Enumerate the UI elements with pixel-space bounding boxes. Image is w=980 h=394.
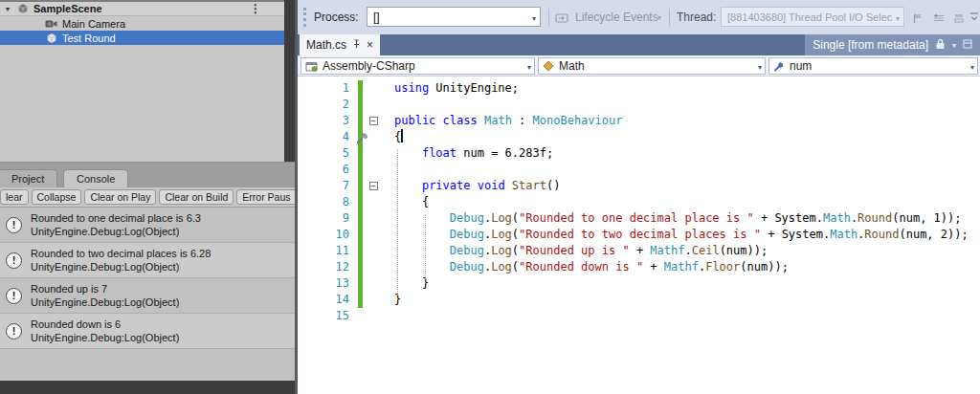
hierarchy-scene-row[interactable]: ▼ SampleScene ⋮ — [0, 2, 284, 16]
close-icon[interactable]: × — [367, 40, 373, 50]
line-number: 9 — [298, 210, 349, 227]
flag-icon[interactable] — [912, 11, 924, 28]
fold-margin: − — [363, 178, 384, 194]
lifecycle-events-dropdown[interactable]: Lifecycle Events — [575, 11, 658, 24]
scene-view-edge — [284, 0, 295, 162]
lifecycle-icon[interactable] — [555, 11, 568, 28]
hierarchy-panel: ▼ SampleScene ⋮ Main Camera Test Round — [0, 0, 284, 162]
tab-label: Single [from metadata] — [813, 38, 928, 52]
chevron-down-icon[interactable]: ▾ — [952, 41, 956, 50]
log-stacktrace: UnityEngine.Debug:Log(Object) — [31, 260, 211, 274]
project-dropdown[interactable]: Assembly-CSharp ▾ — [301, 57, 535, 75]
log-message: Rounded to two decimal places is 6.28 — [31, 247, 211, 260]
code-text: Debug.Log("Rounded to two decimal places… — [384, 227, 969, 243]
log-icon: ! — [6, 217, 22, 233]
camera-icon — [44, 17, 58, 30]
navigation-bar: Assembly-CSharp ▾ Math ▾ num ▾ — [298, 55, 980, 77]
show-threads-icon[interactable] — [932, 11, 946, 28]
log-icon: ! — [6, 252, 22, 269]
hierarchy-item-test-round[interactable]: Test Round — [0, 31, 284, 45]
code-line[interactable]: 6 — [298, 162, 980, 178]
console-log-entry[interactable]: ! Rounded down is 6 UnityEngine.Debug:Lo… — [0, 314, 295, 349]
tab-console[interactable]: Console — [63, 169, 128, 187]
code-text: } — [384, 292, 401, 308]
tab-metadata[interactable]: Single [from metadata] ▾ — [805, 34, 980, 55]
code-line[interactable]: 12 Debug.Log("Rounded down is " + Mathf.… — [298, 259, 980, 275]
code-line[interactable]: 10 Debug.Log("Rounded to two decimal pla… — [298, 227, 980, 243]
document-tab-bar: Math.cs × Single [from metadata] ▾ — [298, 34, 980, 55]
code-line[interactable]: 7− private void Start() — [298, 178, 980, 194]
code-line[interactable]: 5 float num = 6.283f; — [298, 145, 980, 162]
code-line[interactable]: 13 } — [298, 275, 980, 292]
code-text — [384, 162, 394, 178]
fold-margin — [363, 259, 384, 275]
scene-name: SampleScene — [33, 3, 102, 14]
stack-frames-icon[interactable] — [953, 11, 965, 28]
fold-margin — [363, 80, 384, 97]
code-lines: 1using UnityEngine;23−public class Math … — [298, 77, 980, 324]
process-dropdown[interactable]: [] ▾ — [367, 7, 541, 27]
pin-icon[interactable] — [352, 38, 361, 52]
chevron-down-icon: ▾ — [758, 63, 762, 72]
thread-dropdown[interactable]: [881403680] Thread Pool I/O Selec ▾ — [721, 7, 904, 27]
toolbar-separator — [548, 9, 549, 26]
fold-margin — [363, 243, 384, 259]
quick-actions-icon[interactable] — [356, 131, 369, 148]
collapse-button[interactable]: Collapse — [32, 189, 82, 205]
tab-group-icon[interactable] — [963, 38, 972, 52]
clear-on-play-button[interactable]: Clear on Play — [84, 189, 156, 205]
clear-on-build-button[interactable]: Clear on Build — [159, 189, 234, 205]
line-number: 7 — [298, 178, 349, 194]
code-text: private void Start() — [384, 178, 560, 194]
log-message: Rounded up is 7 — [31, 282, 179, 296]
console-log-entry[interactable]: ! Rounded up is 7 UnityEngine.Debug:Log(… — [0, 278, 295, 314]
tab-math-cs[interactable]: Math.cs × — [300, 34, 380, 55]
code-line[interactable]: 1using UnityEngine; — [298, 80, 980, 97]
fold-toggle-icon[interactable]: − — [369, 117, 378, 125]
code-line[interactable]: 2 — [298, 97, 980, 113]
code-line[interactable]: 11 Debug.Log("Rounded up is " + Mathf.Ce… — [298, 243, 980, 259]
code-text: } — [384, 275, 429, 292]
indent-guide — [397, 149, 398, 296]
clear-button[interactable]: lear — [0, 189, 29, 205]
fold-margin — [363, 227, 384, 243]
foldout-arrow-icon[interactable]: ▼ — [0, 6, 15, 12]
fold-margin — [363, 97, 384, 113]
chevron-down-icon: ▾ — [527, 63, 531, 72]
line-number: 6 — [298, 162, 349, 178]
hierarchy-item-label: Main Camera — [62, 18, 125, 30]
line-number: 11 — [298, 243, 349, 259]
code-text: { — [384, 194, 429, 210]
code-line[interactable]: 3−public class Math : MonoBehaviour — [298, 113, 980, 129]
log-stacktrace: UnityEngine.Debug:Log(Object) — [31, 331, 179, 344]
console-log-entry[interactable]: ! Rounded to two decimal places is 6.28 … — [0, 243, 295, 278]
scene-icon — [15, 3, 30, 15]
fold-toggle-icon[interactable]: − — [369, 182, 378, 190]
tab-label: Math.cs — [306, 38, 346, 52]
type-dropdown[interactable]: Math ▾ — [538, 57, 766, 75]
debug-location-toolbar: Process: [] ▾ Lifecycle Events ▾ Thread:… — [298, 0, 980, 34]
kebab-menu-icon[interactable]: ⋮ — [250, 2, 261, 15]
code-line[interactable]: 15 — [298, 308, 980, 324]
code-text: using UnityEngine; — [384, 80, 519, 97]
code-line[interactable]: 8 { — [298, 194, 980, 210]
code-line[interactable]: 4{ — [298, 129, 980, 145]
code-text: Debug.Log("Rounded up is " + Mathf.Ceil(… — [384, 243, 768, 259]
tab-project[interactable]: Project — [0, 169, 57, 187]
code-line[interactable]: 14} — [298, 292, 980, 308]
unity-status-bar — [0, 381, 295, 394]
fold-margin — [363, 162, 384, 178]
toolbar-grip[interactable] — [303, 8, 306, 27]
fold-margin — [363, 308, 384, 324]
visual-studio-panel: Process: [] ▾ Lifecycle Events ▾ Thread:… — [298, 0, 980, 394]
log-icon: ! — [6, 288, 22, 304]
member-dropdown[interactable]: num ▾ — [768, 57, 978, 75]
toolbar-overflow-icon[interactable] — [969, 11, 980, 28]
code-line[interactable]: 9 Debug.Log("Rounded to one decimal plac… — [298, 210, 980, 227]
hierarchy-item-main-camera[interactable]: Main Camera — [0, 16, 284, 31]
code-editor[interactable]: 1using UnityEngine;23−public class Math … — [298, 77, 980, 394]
error-pause-button[interactable]: Error Paus — [236, 189, 295, 205]
thread-label: Thread: — [677, 11, 716, 24]
console-log-entry[interactable]: ! Rounded to one decimal place is 6.3 Un… — [0, 208, 295, 243]
chevron-down-icon: ▾ — [532, 14, 536, 23]
